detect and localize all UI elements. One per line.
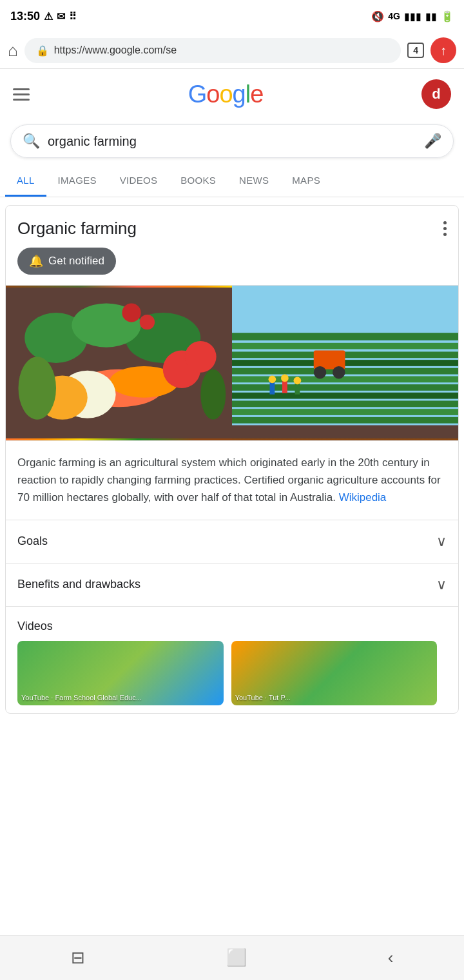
back-icon: ‹ — [388, 948, 394, 968]
knowledge-panel: Organic farming 🔔 Get notified — [5, 205, 459, 714]
search-tabs: ALL IMAGES VIDEOS BOOKS NEWS MAPS — [0, 166, 464, 197]
farm-field-image[interactable] — [232, 286, 458, 440]
tab-images[interactable]: IMAGES — [46, 166, 108, 197]
svg-point-10 — [122, 303, 140, 322]
nav-home-button[interactable]: ⬜ — [213, 943, 260, 973]
svg-point-12 — [19, 357, 57, 420]
svg-rect-22 — [232, 384, 458, 391]
svg-rect-27 — [232, 426, 458, 438]
search-box[interactable]: 🔍 organic farming 🎤 — [10, 124, 454, 158]
tab-count[interactable]: 4 — [407, 43, 424, 58]
goals-section[interactable]: Goals ∨ — [6, 520, 458, 563]
google-header: Google d — [0, 69, 464, 119]
benefits-drawbacks-title: Benefits and drawbacks — [17, 578, 140, 591]
nav-back-button[interactable]: ‹ — [375, 943, 407, 973]
mute-icon: 🔇 — [371, 10, 384, 23]
wikipedia-link[interactable]: Wikipedia — [339, 491, 387, 504]
svg-point-29 — [314, 366, 327, 379]
status-left: 13:50 ⚠ ✉ ⠿ — [10, 10, 77, 23]
hamburger-line — [13, 88, 30, 90]
vegetables-image[interactable] — [6, 286, 232, 440]
svg-point-34 — [281, 375, 289, 382]
user-avatar[interactable]: d — [421, 79, 451, 109]
svg-rect-35 — [295, 383, 300, 395]
videos-title: Videos — [17, 620, 447, 633]
svg-rect-21 — [232, 376, 458, 382]
url-bar[interactable]: 🔒 https://www.google.com/se — [24, 38, 401, 63]
tab-news[interactable]: NEWS — [227, 166, 280, 197]
tab-books[interactable]: BOOKS — [169, 166, 227, 197]
signal-4g-icon: 4G — [388, 11, 400, 21]
videos-section: Videos YouTube · Farm School Global Educ… — [6, 606, 458, 713]
svg-rect-15 — [232, 288, 458, 333]
nav-bar: ⊟ ⬜ ‹ — [0, 935, 464, 980]
video-label-1: YouTube · Farm School Global Educ... — [21, 694, 142, 701]
more-options-button[interactable] — [443, 221, 447, 236]
mail-icon: ✉ — [57, 10, 65, 23]
video-thumbnail-2[interactable]: YouTube · Tut P... — [231, 641, 438, 705]
search-icon: 🔍 — [23, 133, 40, 150]
panel-title: Organic farming — [17, 219, 137, 239]
hamburger-menu[interactable] — [13, 88, 30, 101]
tab-videos[interactable]: VIDEOS — [108, 166, 169, 197]
benefits-chevron-icon: ∨ — [436, 576, 447, 593]
svg-point-11 — [140, 315, 155, 329]
goals-chevron-icon: ∨ — [436, 533, 447, 550]
svg-rect-33 — [282, 380, 287, 393]
svg-rect-26 — [232, 417, 458, 424]
svg-rect-23 — [232, 393, 458, 399]
svg-rect-31 — [270, 382, 275, 395]
signal-bars2-icon: ▮▮ — [425, 10, 437, 23]
videos-row: YouTube · Farm School Global Educ... You… — [17, 641, 447, 705]
bell-icon: 🔔 — [29, 254, 43, 268]
browser-menu-button[interactable]: ↑ — [430, 37, 456, 63]
video-thumbnail-1[interactable]: YouTube · Farm School Global Educ... — [17, 641, 224, 705]
benefits-drawbacks-section[interactable]: Benefits and drawbacks ∨ — [6, 563, 458, 606]
svg-point-9 — [185, 341, 217, 373]
images-row — [6, 285, 458, 440]
nav-overview-button[interactable]: ⊟ — [58, 943, 98, 973]
svg-rect-16 — [232, 333, 458, 340]
goals-title: Goals — [17, 534, 48, 548]
signal-bars-icon: ▮▮▮ — [404, 10, 421, 23]
description-section: Organic farming is an agricultural syste… — [6, 440, 458, 520]
svg-point-30 — [333, 366, 345, 379]
hamburger-line — [13, 99, 30, 101]
video-label-2: YouTube · Tut P... — [235, 694, 291, 701]
home-button[interactable]: ⌂ — [8, 41, 18, 61]
microphone-icon[interactable]: 🎤 — [424, 133, 441, 150]
get-notified-label: Get notified — [48, 255, 104, 268]
url-text: https://www.google.com/se — [54, 44, 177, 56]
status-bar: 13:50 ⚠ ✉ ⠿ 🔇 4G ▮▮▮ ▮▮ 🔋 — [0, 0, 464, 32]
browser-bar: ⌂ 🔒 https://www.google.com/se 4 ↑ — [0, 32, 464, 69]
lock-icon: 🔒 — [36, 44, 49, 57]
home-nav-icon: ⬜ — [226, 948, 247, 968]
svg-point-32 — [269, 376, 276, 384]
hamburger-line — [13, 93, 30, 95]
tab-all[interactable]: ALL — [5, 166, 46, 197]
svg-point-36 — [294, 377, 302, 384]
panel-header: Organic farming — [6, 206, 458, 248]
svg-rect-17 — [232, 343, 458, 349]
svg-point-13 — [200, 369, 226, 420]
google-logo: Google — [188, 81, 264, 108]
search-query: organic farming — [48, 134, 416, 149]
tab-maps[interactable]: MAPS — [280, 166, 332, 197]
alert-icon: ⚠ — [44, 10, 53, 23]
get-notified-button[interactable]: 🔔 Get notified — [17, 248, 116, 275]
search-box-container: 🔍 organic farming 🎤 — [0, 119, 464, 166]
time-display: 13:50 — [10, 10, 40, 23]
overview-icon: ⊟ — [71, 948, 85, 968]
svg-rect-24 — [232, 401, 458, 407]
grid-icon: ⠿ — [69, 10, 77, 23]
svg-rect-20 — [232, 368, 458, 375]
battery-icon: 🔋 — [441, 10, 454, 23]
svg-rect-25 — [232, 409, 458, 415]
status-right: 🔇 4G ▮▮▮ ▮▮ 🔋 — [371, 10, 454, 23]
